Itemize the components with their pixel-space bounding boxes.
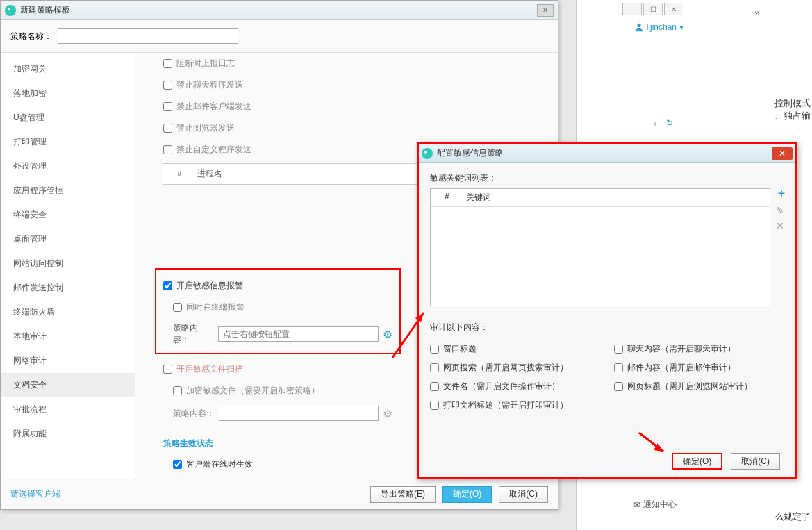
audit-item-6[interactable]: 打印文档标题（需开启打印审计） bbox=[430, 399, 784, 411]
plus-icon[interactable]: ＋ bbox=[651, 118, 659, 130]
no-custom-check[interactable] bbox=[163, 145, 172, 154]
cancel-button-sub[interactable]: 取消(C) bbox=[731, 453, 780, 470]
sidebar-item-15[interactable]: 附属功能 bbox=[1, 422, 135, 446]
sidebar-item-1[interactable]: 落地加密 bbox=[1, 81, 135, 106]
sidebar-item-3[interactable]: 打印管理 bbox=[1, 130, 135, 154]
delete-keyword-icon[interactable]: ✕ bbox=[776, 220, 787, 231]
bg-toolbar-icons: ＋ ↻ bbox=[651, 118, 673, 130]
add-keyword-icon[interactable]: ＋ bbox=[776, 186, 787, 201]
keyword-tools: ＋ ✎ ✕ bbox=[776, 186, 787, 231]
col-procname: 进程名 bbox=[197, 168, 222, 180]
close-button-bg[interactable]: ✕ bbox=[664, 3, 683, 15]
content-label: 策略内容： bbox=[173, 322, 214, 346]
col-hash: # bbox=[177, 168, 182, 180]
right-text-1: 控制模式 bbox=[774, 97, 811, 110]
mail-icon: ✉ bbox=[633, 500, 640, 510]
sub-body: 敏感关键词列表： # 关键词 ＋ ✎ ✕ 审计以下内容： 窗口标题聊天内容（需开… bbox=[419, 163, 795, 445]
sidebar[interactable]: 加密网关落地加密U盘管理打印管理外设管理应用程序管控终端安全桌面管理网站访问控制… bbox=[1, 53, 135, 479]
audit-label: 审计以下内容： bbox=[430, 322, 784, 338]
right-text-2: 、独占输 bbox=[774, 110, 811, 122]
minimize-button[interactable]: — bbox=[622, 3, 642, 15]
block-log-check[interactable] bbox=[163, 59, 172, 68]
no-mail-check[interactable] bbox=[163, 102, 172, 111]
dialog-title: 新建策略模板 bbox=[20, 4, 537, 16]
policy-content-input-2[interactable] bbox=[219, 406, 379, 421]
sidebar-item-8[interactable]: 网站访问控制 bbox=[1, 251, 135, 276]
ok-button-sub[interactable]: 确定(O) bbox=[672, 453, 722, 470]
effect-online-check[interactable] bbox=[173, 460, 182, 469]
also-terminal-check[interactable] bbox=[173, 303, 182, 312]
keyword-table[interactable]: # 关键词 bbox=[430, 188, 770, 306]
app-icon bbox=[5, 5, 16, 16]
user-dropdown[interactable]: lijinchan ▾ bbox=[634, 22, 683, 32]
refresh-icon[interactable]: ↻ bbox=[666, 118, 673, 130]
gear-icon-2[interactable]: ⚙ bbox=[383, 407, 392, 420]
audit-check-4[interactable] bbox=[430, 382, 439, 391]
sub-app-icon bbox=[422, 148, 433, 159]
audit-item-1[interactable]: 聊天内容（需开启聊天审计） bbox=[614, 343, 784, 355]
audit-item-5[interactable]: 网页标题（需开启浏览网站审计） bbox=[614, 381, 784, 392]
kw-col-keyword: 关键词 bbox=[466, 192, 491, 204]
no-chat-check[interactable] bbox=[163, 81, 172, 90]
policy-name-label: 策略名称： bbox=[10, 31, 52, 42]
close-icon-sub[interactable]: ✕ bbox=[772, 147, 793, 160]
ok-button-main[interactable]: 确定(O) bbox=[442, 486, 492, 503]
policy-content-input[interactable] bbox=[218, 326, 379, 342]
sidebar-item-6[interactable]: 终端安全 bbox=[1, 203, 135, 227]
username: lijinchan bbox=[647, 22, 677, 32]
keyword-list-label: 敏感关键词列表： bbox=[430, 172, 784, 188]
sidebar-item-12[interactable]: 网络审计 bbox=[1, 349, 135, 373]
chevrons-icon[interactable]: » bbox=[754, 7, 760, 18]
edit-keyword-icon[interactable]: ✎ bbox=[776, 205, 787, 216]
sidebar-item-5[interactable]: 应用程序管控 bbox=[1, 179, 135, 203]
sub-footer: 确定(O) 取消(C) bbox=[419, 445, 795, 477]
sidebar-item-11[interactable]: 本地审计 bbox=[1, 324, 135, 349]
audit-check-1[interactable] bbox=[614, 345, 623, 354]
gear-icon[interactable]: ⚙ bbox=[383, 328, 392, 341]
sidebar-item-9[interactable]: 邮件发送控制 bbox=[1, 276, 135, 300]
maximize-button[interactable]: ☐ bbox=[643, 3, 663, 15]
enable-alarm-check[interactable] bbox=[163, 281, 172, 290]
kw-col-hash: # bbox=[445, 192, 449, 204]
sidebar-item-2[interactable]: U盘管理 bbox=[1, 106, 135, 130]
encrypt-sensitive-check[interactable] bbox=[173, 386, 182, 395]
export-button[interactable]: 导出策略(E) bbox=[370, 486, 436, 503]
sidebar-item-13[interactable]: 文档安全 bbox=[1, 373, 135, 397]
sidebar-item-4[interactable]: 外设管理 bbox=[1, 154, 135, 179]
audit-check-3[interactable] bbox=[614, 363, 623, 372]
sensitive-config-dialog: 配置敏感信息策略 ✕ 敏感关键词列表： # 关键词 ＋ ✎ ✕ 审计以下内容： … bbox=[417, 142, 797, 479]
audit-check-6[interactable] bbox=[430, 401, 439, 410]
titlebar[interactable]: 新建策略模板 ✕ bbox=[1, 1, 558, 20]
window-controls-bg: — ☐ ✕ bbox=[622, 3, 683, 15]
sub-titlebar[interactable]: 配置敏感信息策略 ✕ bbox=[419, 144, 795, 163]
audit-check-2[interactable] bbox=[430, 363, 439, 372]
footer: 请选择客户端 导出策略(E) 确定(O) 取消(C) bbox=[1, 479, 558, 509]
policy-name-input[interactable] bbox=[58, 28, 238, 44]
sub-title: 配置敏感信息策略 bbox=[437, 147, 772, 159]
cancel-button-main[interactable]: 取消(C) bbox=[499, 486, 548, 503]
policy-name-row: 策略名称： bbox=[1, 20, 558, 53]
sidebar-item-0[interactable]: 加密网关 bbox=[1, 57, 135, 81]
sidebar-item-10[interactable]: 终端防火墙 bbox=[1, 300, 135, 324]
audit-item-3[interactable]: 邮件内容（需开启邮件审计） bbox=[614, 362, 784, 374]
audit-item-2[interactable]: 网页搜索（需开启网页搜索审计） bbox=[430, 362, 600, 374]
svg-point-0 bbox=[637, 24, 640, 27]
dropdown-icon: ▾ bbox=[679, 22, 683, 32]
right-text-3: 么规定了 bbox=[774, 511, 811, 523]
enable-file-scan-check[interactable] bbox=[163, 365, 172, 374]
audit-item-4[interactable]: 文件名（需开启文件操作审计） bbox=[430, 381, 600, 392]
select-client-link[interactable]: 请选择客户端 bbox=[10, 488, 363, 500]
close-icon[interactable]: ✕ bbox=[537, 4, 554, 17]
user-icon bbox=[634, 22, 644, 32]
no-browser-check[interactable] bbox=[163, 124, 172, 133]
sidebar-item-14[interactable]: 审批流程 bbox=[1, 397, 135, 422]
content-label-2: 策略内容： bbox=[173, 408, 215, 420]
sidebar-item-7[interactable]: 桌面管理 bbox=[1, 227, 135, 251]
audit-item-0[interactable]: 窗口标题 bbox=[430, 343, 600, 355]
audit-check-5[interactable] bbox=[614, 382, 623, 391]
notice-center[interactable]: ✉ 通知中心 bbox=[633, 499, 677, 511]
sensitive-alarm-section: 开启敏感信息报警 同时在终端报警 策略内容： ⚙ bbox=[155, 268, 401, 354]
audit-check-0[interactable] bbox=[430, 345, 439, 354]
